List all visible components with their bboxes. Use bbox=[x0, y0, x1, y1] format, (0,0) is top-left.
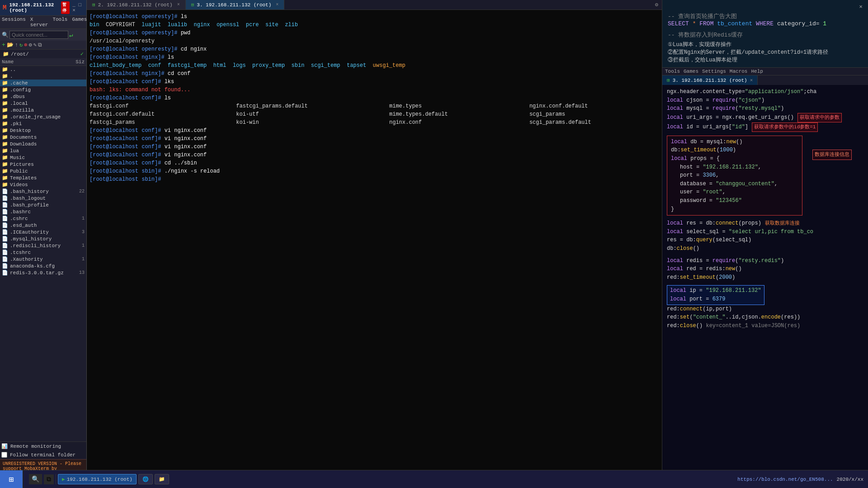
out-lualib: lualib bbox=[168, 22, 187, 28]
tree-item[interactable]: 📁.dbus bbox=[0, 93, 86, 100]
right-tab-close[interactable]: × bbox=[750, 78, 753, 83]
taskbar-item-files[interactable]: 📁 bbox=[155, 474, 169, 484]
tree-item[interactable]: 📄.Xauthority1 bbox=[0, 256, 86, 263]
tree-item[interactable]: 📄.bash_logout bbox=[0, 195, 86, 202]
tree-item-count: 13 bbox=[79, 270, 85, 275]
start-button[interactable]: ⊞ bbox=[0, 470, 23, 488]
follow-terminal-checkbox[interactable] bbox=[1, 452, 7, 458]
tree-item[interactable]: 📁lua bbox=[0, 147, 86, 154]
file-icon: 📄 bbox=[2, 188, 8, 194]
taskbar-right: https://blo.csdn.net/go_EN508... 2020/x/… bbox=[733, 477, 868, 482]
tree-item[interactable]: 📁Public bbox=[0, 168, 86, 174]
path-label: /root/ bbox=[11, 52, 29, 57]
code-line-1: ngx.header.content_type="application/jso… bbox=[667, 88, 863, 96]
path-ok[interactable]: ✓ bbox=[80, 51, 84, 57]
tree-item[interactable]: 📄.cshrc1 bbox=[0, 215, 86, 222]
file-icon: 📄 bbox=[2, 195, 8, 201]
menu-xserver[interactable]: X server bbox=[30, 17, 48, 28]
tree-item[interactable]: 📁Desktop bbox=[0, 127, 86, 134]
tree-item[interactable]: 📄.esd_auth bbox=[0, 222, 86, 229]
right-macros-menu[interactable]: Macros bbox=[730, 69, 748, 74]
file-tree: 📁..📁.📁.cache📁.config📁.dbus📁.local📁.mozil… bbox=[0, 66, 86, 441]
terminal-tab-1[interactable]: ⊞ 2. 192.168.211.132 (root) × bbox=[87, 0, 186, 9]
toolbar-new[interactable]: + bbox=[2, 42, 5, 48]
tree-item[interactable]: 📄redis-3.0.0.tar.gz13 bbox=[0, 269, 86, 276]
code-dbclose: db:close() bbox=[667, 244, 863, 253]
term-line-9: [root@localhost conf]# lks bbox=[90, 78, 659, 86]
code-port: port = 3306, bbox=[680, 171, 798, 180]
toolbar-up[interactable]: ↑ bbox=[15, 42, 18, 48]
tree-item[interactable]: 📁. bbox=[0, 73, 86, 80]
taskbar: ⊞ 🔍 ⧉ ▶ 192.168.211.132 (root) 🌐 📁 https… bbox=[0, 470, 868, 488]
toolbar-open[interactable]: 📂 bbox=[7, 42, 14, 48]
connect-btn[interactable]: ↵ bbox=[69, 31, 73, 39]
file-icon: 📄 bbox=[2, 270, 8, 276]
taskbar-item-terminal[interactable]: ▶ 192.168.211.132 (root) bbox=[58, 474, 137, 484]
tree-item[interactable]: 📄.rediscli_history1 bbox=[0, 242, 86, 249]
tree-item[interactable]: 📁.oracle_jre_usage bbox=[0, 113, 86, 120]
tree-item[interactable]: 📁.mozilla bbox=[0, 107, 86, 113]
tree-item[interactable]: 📁Downloads bbox=[0, 141, 86, 147]
right-help-menu[interactable]: Help bbox=[751, 69, 763, 74]
tree-item[interactable]: 📄anaconda-ks.cfg bbox=[0, 263, 86, 269]
right-tools-menu[interactable]: Tools bbox=[665, 69, 680, 74]
tree-col-size: Siz bbox=[75, 59, 85, 65]
tree-item[interactable]: 📁.. bbox=[0, 66, 86, 73]
tab1-close[interactable]: × bbox=[177, 2, 180, 7]
code-ip: local ip = "192.168.211.132" bbox=[670, 286, 761, 295]
tree-item[interactable]: 📄.bash_history22 bbox=[0, 188, 86, 195]
menu-tools[interactable]: Tools bbox=[52, 17, 67, 28]
tab2-close[interactable]: × bbox=[276, 2, 278, 7]
taskbar-item-browser[interactable]: 🌐 bbox=[138, 474, 153, 484]
tree-item-label: Music bbox=[10, 155, 25, 160]
tree-item[interactable]: 📄.bash_profile bbox=[0, 202, 86, 208]
tree-item[interactable]: 📁.cache bbox=[0, 80, 86, 86]
taskbar-search[interactable]: 🔍 bbox=[29, 474, 42, 484]
toolbar-edit[interactable]: ✎ bbox=[33, 42, 37, 48]
toolbar-stop[interactable]: ⊗ bbox=[24, 42, 27, 48]
tree-item[interactable]: 📁.pki bbox=[0, 120, 86, 127]
taskbar-files-icon: 📁 bbox=[159, 476, 165, 482]
menu-games[interactable]: Games bbox=[72, 17, 87, 28]
folder-icon: 📁 bbox=[2, 80, 8, 86]
code-redis-set: red:set("content_"..id,cjson.encode(res)… bbox=[667, 313, 863, 322]
tree-item[interactable]: 📁.local bbox=[0, 100, 86, 107]
search-input[interactable] bbox=[9, 31, 68, 39]
status-url[interactable]: https://blo.csdn.net/go_EN508... bbox=[737, 477, 833, 482]
menu-sessions[interactable]: Sessions bbox=[2, 17, 26, 28]
term-line-10: [root@localhost conf]# ls bbox=[90, 94, 659, 102]
toolbar-copy[interactable]: ⧉ bbox=[38, 42, 42, 48]
terminal-content[interactable]: [root@localhost openresty]# ls bin COPYR… bbox=[87, 10, 662, 488]
tree-item[interactable]: 📁.config bbox=[0, 86, 86, 93]
toolbar-settings[interactable]: ⚙ bbox=[28, 42, 32, 48]
tree-item[interactable]: 📁Music bbox=[0, 154, 86, 161]
tree-item[interactable]: 📄.tcshrc bbox=[0, 249, 86, 256]
sql-comment-1: -- 查询首页轮播广告大图 bbox=[668, 12, 863, 20]
code-redis-require: local redis = require("resty.redis") bbox=[667, 257, 863, 265]
remote-monitoring[interactable]: 📊 Remote monitoring bbox=[0, 442, 86, 450]
tree-col-name: Name bbox=[2, 59, 14, 65]
taskbar-taskview[interactable]: ⧉ bbox=[44, 474, 54, 484]
right-games-menu[interactable]: Games bbox=[684, 69, 698, 74]
tree-item[interactable]: 📄.bashrc bbox=[0, 208, 86, 215]
out-openssl: openssl bbox=[217, 22, 239, 28]
tree-item-count: 1 bbox=[82, 243, 85, 248]
out-copyright: COPYRIGHT bbox=[106, 22, 135, 28]
tree-item-label: .cache bbox=[10, 80, 28, 86]
right-panel-close[interactable]: × bbox=[859, 4, 863, 10]
tree-item[interactable]: 📁Videos bbox=[0, 181, 86, 188]
right-settings-menu[interactable]: Settings bbox=[702, 69, 726, 74]
terminal-tab-2[interactable]: ⊞ 3. 192.168.211.132 (root) × bbox=[186, 0, 285, 9]
right-terminal-tab[interactable]: ⊞ 3. 192.168.211.132 (root) × bbox=[662, 75, 758, 85]
tree-item[interactable]: 📁Documents bbox=[0, 134, 86, 141]
follow-terminal[interactable]: Follow terminal folder bbox=[0, 450, 86, 459]
tree-item[interactable]: 📁Templates bbox=[0, 174, 86, 181]
tree-item[interactable]: 📄.ICEauthority3 bbox=[0, 229, 86, 235]
terminal-gear-btn[interactable]: ⚙ bbox=[651, 1, 662, 8]
toolbar-refresh[interactable]: ↻ bbox=[19, 42, 23, 48]
term-line-5: [root@localhost openresty]# cd nginx bbox=[90, 45, 659, 53]
out-bin: bin bbox=[90, 22, 99, 28]
term-line-7: client_body_temp conf fastcgi_temp html … bbox=[90, 61, 659, 70]
tree-item[interactable]: 📁Pictures bbox=[0, 161, 86, 168]
tree-item[interactable]: 📄.mysql_history bbox=[0, 235, 86, 242]
